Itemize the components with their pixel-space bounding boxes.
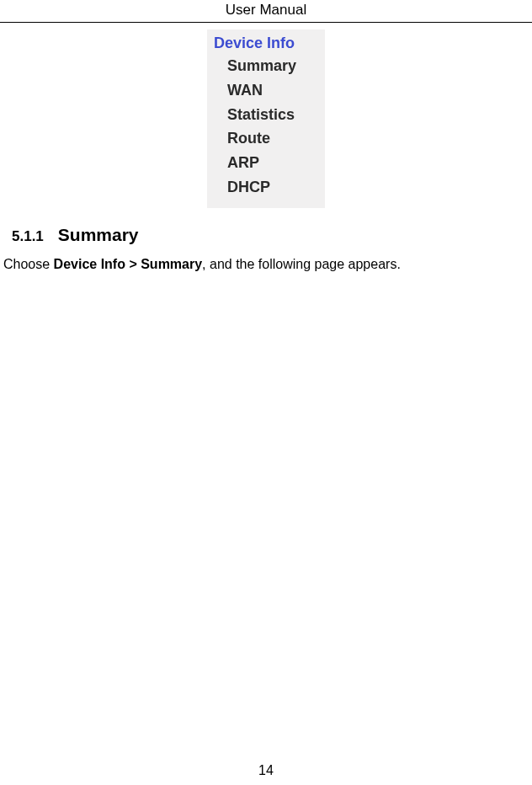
menu-sub-item: WAN [214,78,318,103]
body-bold: Device Info > Summary [54,257,203,271]
menu-screenshot: Device Info Summary WAN Statistics Route… [207,29,325,208]
section: 5.1.1 Summary [0,225,532,245]
menu-sub-item: ARP [214,151,318,175]
menu-sub-item: Statistics [214,103,318,127]
body-prefix: Choose [3,257,54,271]
body-suffix: , and the following page appears. [202,257,401,271]
page-number: 14 [0,763,532,778]
section-number: 5.1.1 [12,228,44,244]
menu-top-item: Device Info [214,35,318,54]
body-text: Choose Device Info > Summary, and the fo… [0,257,532,272]
menu-sub-item: DHCP [214,175,318,200]
section-title: Summary [58,225,139,244]
menu-sub-item: Summary [214,54,318,78]
menu-sub-item: Route [214,126,318,151]
section-heading: 5.1.1 Summary [12,225,532,245]
page-header: User Manual [0,0,532,23]
